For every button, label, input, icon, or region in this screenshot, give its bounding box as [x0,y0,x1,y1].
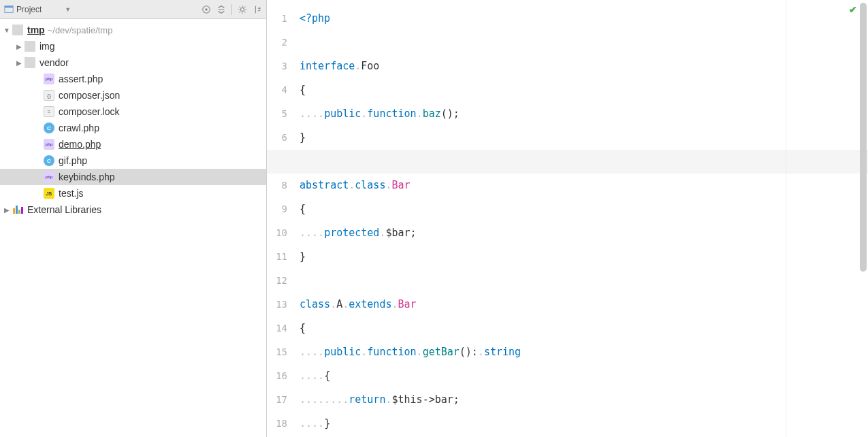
code-line[interactable]: { [297,317,868,340]
tree-file[interactable]: ▶{}composer.json [0,87,266,103]
folder-icon [25,57,35,68]
line-number: 4 [267,78,297,102]
token-dot: . [361,346,367,358]
code-area[interactable]: <?phpinterface.Foo{....public.function.b… [297,0,868,437]
code-line[interactable]: interface.Foo [297,54,868,78]
code-line[interactable]: ........return.$this->bar; [297,388,868,412]
code-line[interactable] [267,150,868,174]
hide-icon[interactable] [253,5,262,14]
token-dot: . [417,346,423,358]
js-file-icon: JS [44,188,54,199]
tree-root-path: ~/dev/spatie/tmp [48,25,113,35]
svg-point-3 [205,8,208,11]
external-libraries[interactable]: ▶ External Libraries [0,201,266,218]
code-line[interactable]: class.A.extends.Bar [297,293,868,317]
chevron-right-icon: ▶ [3,206,11,214]
line-number: 12 [267,269,297,293]
code-line[interactable]: { [297,78,868,102]
library-icon [12,204,23,215]
code-line[interactable]: } [297,245,868,269]
tree-item-label: assert.php [59,74,103,84]
collapse-icon[interactable] [216,5,226,14]
class-file-icon: C [44,123,54,133]
token-keyword: public [324,108,361,120]
project-label: Project [16,5,42,14]
tree-item-label: gif.php [59,155,87,166]
code-line[interactable]: ....public.function.baz(); [297,102,868,126]
token-var: $bar [385,227,410,239]
token-punct: ; [411,227,417,239]
token-punct: { [300,322,306,334]
tree-file[interactable]: ▶JStest.js [0,185,266,201]
tree-file[interactable]: ▶phpkeybinds.php [0,169,266,185]
token-var: $this [391,393,422,406]
token-dot: . [355,60,361,72]
token-dot: . [349,179,355,191]
inspection-ok-icon[interactable]: ✔ [849,4,857,15]
tree-item-label: test.js [59,188,84,199]
token-plain: Foo [361,60,379,72]
line-number: 16 [267,364,297,388]
target-icon[interactable] [202,5,211,14]
token-pale: .... [300,346,324,358]
token-keyword: extends [349,298,391,310]
code-line[interactable] [297,31,868,54]
token-plain: bar [435,393,453,406]
gutter: 123456789101112131415161718 [267,0,297,437]
code-editor[interactable]: 123456789101112131415161718 <?phpinterfa… [267,0,868,437]
code-line[interactable]: <?php [297,7,868,31]
tree-root-label: tmp [27,25,45,35]
line-number: 1 [267,7,297,31]
tree-item-label: img [39,41,55,52]
php-file-icon: php [44,172,54,182]
project-sidebar: Project ▼ ▼ tmp ~/dev/spatie/tmp ▶img▶ve… [0,0,267,437]
tree-file[interactable]: ▶Ccrawl.php [0,120,266,136]
token-class: Bar [398,298,417,310]
tree-folder[interactable]: ▶img [0,38,266,54]
line-number: 5 [267,102,297,126]
tree-root[interactable]: ▼ tmp ~/dev/spatie/tmp [0,22,266,38]
token-punct: } [300,131,306,144]
code-line[interactable]: ....} [297,412,868,436]
code-line[interactable] [297,269,868,293]
token-pale: .... [300,227,324,239]
tree-item-label: keybinds.php [59,172,115,182]
gear-icon[interactable] [238,5,247,14]
token-dot: . [417,108,423,120]
line-number: 17 [267,388,297,412]
divider [231,4,232,15]
code-line[interactable]: ....protected.$bar; [297,221,868,245]
token-keyword: protected [324,227,379,239]
token-pale: .... [300,417,324,430]
token-keyword: interface [300,60,355,72]
token-punct: ; [453,393,460,406]
scrollbar-thumb[interactable] [860,3,867,272]
line-number: 14 [267,317,297,340]
token-punct: } [300,250,306,263]
tree-item-label: composer.json [59,90,120,101]
line-number: 8 [267,174,297,197]
token-keyword: return [349,393,385,406]
code-line[interactable]: { [297,197,868,221]
tree-file[interactable]: ▶phpassert.php [0,71,266,87]
tree-file[interactable]: ▶phpdemo.php [0,136,266,152]
token-punct: { [300,203,306,215]
folder-icon [12,25,23,35]
code-line[interactable]: abstract.class.Bar [297,174,868,197]
token-punct: } [324,417,330,430]
sidebar-header: Project ▼ [0,0,266,19]
token-keyword: abstract [300,179,349,191]
tree-folder[interactable]: ▶vendor [0,54,266,71]
code-line[interactable]: ....{ [297,364,868,388]
code-line[interactable]: ....public.function.getBar():.string [297,340,868,364]
tree-item-label: crawl.php [59,123,99,133]
tree-item-label: composer.lock [59,106,119,117]
tree-file[interactable]: ▶Cgif.php [0,152,266,169]
project-selector[interactable]: Project ▼ [4,5,71,14]
tree-file[interactable]: ▶≡composer.lock [0,103,266,120]
token-punct: { [300,84,306,96]
code-line[interactable]: } [297,126,868,150]
token-dot: . [330,298,336,310]
scrollbar[interactable] [860,3,867,275]
line-number: 18 [267,412,297,436]
